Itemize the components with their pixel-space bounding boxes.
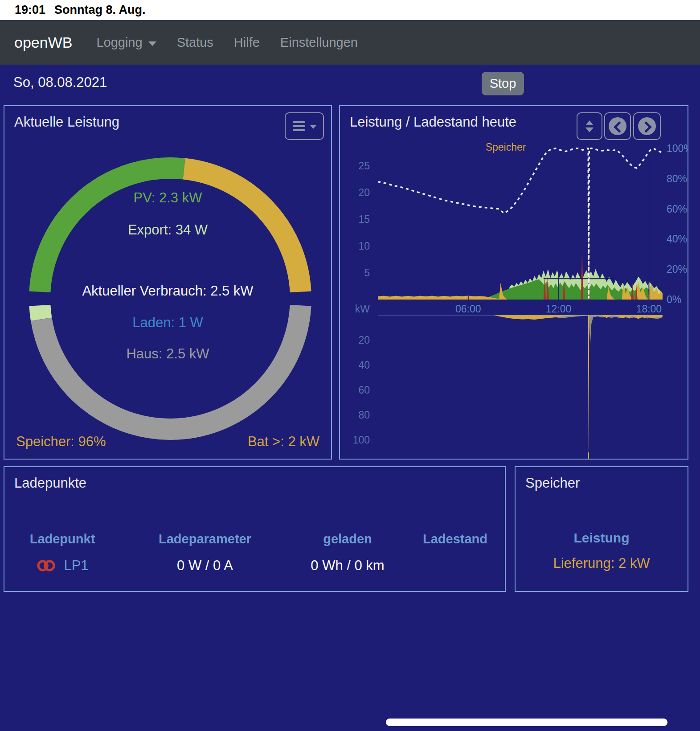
battery-soc-label: Speicher: 96% [16,434,106,450]
power-gauge-chart [4,106,331,459]
svg-text:06:00: 06:00 [455,303,481,315]
day-power-chart: 25201510520406080100kW06:0012:0018:00100… [340,106,688,459]
svg-text:5: 5 [364,267,370,279]
svg-text:80%: 80% [667,173,687,185]
charging-power-label: Laden: 1 W [4,315,331,331]
panel-ladepunkte: Ladepunkte Ladepunkt Ladeparameter gelad… [4,466,506,592]
nav-item-status[interactable]: Status [177,35,213,50]
svg-text:20: 20 [358,187,370,198]
svg-text:20%: 20% [667,263,687,275]
ladepunkte-header-row: Ladepunkt Ladeparameter geladen Ladestan… [4,530,505,548]
nav-item-einstellungen[interactable]: Einstellungen [280,35,358,50]
status-time: 19:01 [15,3,45,17]
svg-text:Speicher: Speicher [486,141,526,153]
svg-text:12:00: 12:00 [546,303,572,315]
geladen-value: 0 Wh / 0 km [290,556,405,575]
chargepoint-rings-icon [36,558,57,573]
svg-text:100: 100 [353,434,370,446]
chargepoint-name: LP1 [64,556,88,575]
stop-button[interactable]: Stop [482,72,524,95]
nav-item-hilfe[interactable]: Hilfe [234,35,260,50]
col-header-geladen: geladen [290,530,405,548]
panel-aktuelle-leistung: Aktuelle Leistung PV: 2.3 kW Export: 34 … [4,105,332,460]
chargepoint-cell: LP1 [4,556,120,575]
svg-text:80: 80 [358,409,370,421]
battery-power-label: Bat >: 2 kW [248,434,319,450]
svg-text:18:00: 18:00 [636,303,662,315]
col-header-ladepunkt: Ladepunkt [4,530,120,548]
speicher-power-value: Lieferung: 2 kW [516,555,688,571]
openwb-brand[interactable]: openWB [14,34,72,51]
nav-item-logging-label: Logging [96,35,142,50]
pv-power-label: PV: 2.3 kW [4,190,331,206]
status-bar: 19:01 Sonntag 8. Aug. [0,0,700,20]
caret-down-icon [148,41,156,46]
house-power-label: Haus: 2.5 kW [4,346,331,362]
consumption-label: Aktueller Verbrauch: 2.5 kW [4,283,331,299]
svg-text:kW: kW [355,303,370,315]
home-indicator[interactable] [386,719,667,726]
current-date-label: So, 08.08.2021 [13,74,107,90]
svg-text:10: 10 [358,240,370,252]
svg-text:60%: 60% [667,203,687,215]
nav-item-einstellungen-label: Einstellungen [280,35,358,50]
navbar: openWB Logging Status Hilfe Einstellunge… [0,20,700,65]
panel-leistung-ladestand: Leistung / Ladestand heute 2520151052040… [339,105,688,460]
panel-speicher: Speicher Leistung Lieferung: 2 kW [515,466,688,592]
col-header-ladestand: Ladestand [405,530,505,548]
col-header-ladeparameter: Ladeparameter [120,530,290,548]
speicher-col-header: Leistung [516,530,688,546]
svg-text:40%: 40% [667,233,687,245]
svg-text:20: 20 [358,334,370,346]
export-power-label: Export: 34 W [4,222,331,238]
table-row: LP1 0 W / 0 A 0 Wh / 0 km [4,556,505,575]
ladeparameter-value: 0 W / 0 A [120,556,290,575]
nav-item-status-label: Status [177,35,213,50]
svg-text:25: 25 [358,160,370,172]
nav-item-logging[interactable]: Logging [96,35,156,50]
svg-text:60: 60 [358,384,370,396]
nav-item-hilfe-label: Hilfe [234,35,260,50]
status-date: Sonntag 8. Aug. [54,3,146,17]
ladestand-value [405,556,505,575]
ladepunkte-title: Ladepunkte [14,475,86,491]
svg-text:15: 15 [358,214,370,225]
svg-text:100%: 100% [667,143,688,154]
svg-text:0%: 0% [667,294,681,305]
svg-text:40: 40 [358,359,370,371]
speicher-title: Speicher [525,475,580,491]
